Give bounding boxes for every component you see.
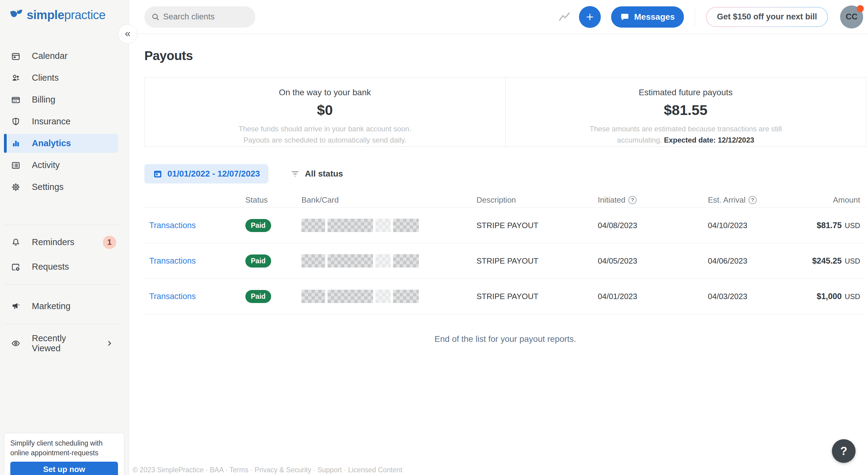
footer: © 2023 SimplePracticeBAATermsPrivacy & S… [132, 466, 402, 474]
bell-icon [11, 238, 20, 247]
description-cell: STRIPE PAYOUT [476, 256, 598, 266]
footer-link-terms[interactable]: Terms [223, 466, 249, 474]
amount-cell: $81.75USD [788, 221, 866, 230]
summary-caption: These funds should arrive in your bank a… [145, 123, 505, 146]
transactions-link[interactable]: Transactions [144, 256, 196, 265]
sidebar-item-calendar[interactable]: Calendar [4, 46, 118, 65]
sidebar-collapse-button[interactable]: « [118, 24, 137, 44]
status-badge: Paid [245, 219, 271, 232]
est-arrival-cell: 04/03/2023 [708, 292, 788, 301]
summary-value: $0 [145, 102, 505, 118]
sidebar-item-label: Reminders [32, 237, 74, 247]
table-header-row: Status Bank/Card Description Initiated ?… [144, 193, 866, 208]
clients-icon [11, 73, 20, 83]
summary-card-estimated-future: Estimated future payouts $81.55 These am… [505, 77, 866, 147]
sidebar-item-settings[interactable]: Settings [4, 178, 118, 196]
sidebar-item-label: Recently Viewed [32, 334, 94, 353]
messages-button[interactable]: Messages [611, 6, 684, 28]
filter-funnel-icon [290, 169, 300, 179]
sidebar-divider [4, 225, 120, 225]
app-logo: simplepractice [9, 8, 105, 22]
avatar-initials: CC [846, 12, 858, 22]
sidebar-item-clients[interactable]: Clients [4, 68, 118, 87]
calendar-icon [153, 169, 162, 179]
calendar-plus-icon [11, 262, 20, 272]
column-header-bank-card: Bank/Card [302, 195, 476, 205]
column-header-est-arrival: Est. Arrival ? [708, 195, 788, 205]
amount-cell: $245.25USD [788, 256, 866, 266]
bank-card-redacted [302, 219, 476, 232]
summary-value: $81.55 [505, 102, 866, 118]
butterfly-logo-icon [9, 8, 25, 22]
help-button[interactable]: ? [832, 439, 856, 463]
page-title: Payouts [144, 49, 866, 63]
sidebar-item-label: Calendar [32, 51, 68, 61]
credit-card-icon [11, 95, 20, 104]
help-tooltip-icon[interactable]: ? [748, 196, 757, 204]
payouts-page: Payouts On the way to your bank $0 These… [129, 34, 868, 475]
sidebar-item-recently-viewed[interactable]: Recently Viewed [4, 334, 118, 353]
bar-chart-icon [11, 139, 20, 148]
sidebar-item-label: Settings [32, 182, 64, 192]
date-range-label: 01/01/2022 - 12/07/2023 [167, 169, 260, 179]
sidebar-item-label: Billing [32, 95, 55, 105]
footer-link-baa[interactable]: BAA [204, 466, 223, 474]
topbar: Messages Get $150 off your next bill CC [129, 0, 868, 34]
shield-icon [11, 117, 20, 126]
sidebar-item-billing[interactable]: Billing [4, 90, 118, 109]
est-arrival-cell: 04/10/2023 [708, 221, 788, 230]
status-filter[interactable]: All status [290, 169, 343, 179]
help-tooltip-icon[interactable]: ? [628, 196, 637, 204]
footer-link-privacy[interactable]: Privacy & Security [248, 466, 311, 474]
sidebar-item-label: Insurance [32, 117, 70, 126]
summary-caption: These amounts are estimated because tran… [505, 123, 866, 146]
scheduling-promo-card: Simplify client scheduling with online a… [4, 433, 124, 475]
column-header-description: Description [476, 195, 598, 205]
sidebar-item-label: Clients [32, 73, 59, 83]
sidebar-item-activity[interactable]: Activity [4, 156, 118, 175]
gear-icon [11, 183, 20, 192]
column-header-amount: Amount [788, 195, 866, 205]
reminders-count-badge: 1 [103, 236, 116, 249]
table-row: Transactions Paid STRIPE PAYOUT 04/08/20… [144, 208, 866, 243]
filter-row: 01/01/2022 - 12/07/2023 All status [144, 164, 866, 184]
billing-promo-button[interactable]: Get $150 off your next bill [706, 7, 828, 27]
set-up-now-button[interactable]: Set up now [10, 462, 118, 475]
bank-card-redacted [302, 254, 476, 267]
sidebar-item-label: Activity [32, 160, 60, 170]
transactions-link[interactable]: Transactions [144, 221, 196, 230]
sidebar-item-requests[interactable]: Requests [4, 257, 118, 276]
description-cell: STRIPE PAYOUT [476, 221, 598, 230]
column-header-status: Status [245, 195, 302, 205]
summary-title: On the way to your bank [145, 88, 505, 97]
expected-date: Expected date: 12/12/2023 [664, 136, 754, 144]
initiated-cell: 04/01/2023 [598, 292, 708, 301]
initiated-cell: 04/05/2023 [598, 256, 708, 266]
sidebar-item-insurance[interactable]: Insurance [4, 112, 118, 131]
table-row: Transactions Paid STRIPE PAYOUT 04/05/20… [144, 243, 866, 279]
description-cell: STRIPE PAYOUT [476, 292, 598, 301]
payout-summary-panel: On the way to your bank $0 These funds s… [144, 77, 866, 147]
promo-card-text: Simplify client scheduling with online a… [10, 438, 118, 458]
chat-bubble-icon [620, 12, 629, 22]
sidebar-divider [4, 324, 120, 324]
client-search [144, 6, 255, 28]
sidebar-item-label: Marketing [32, 301, 70, 311]
footer-link-licensed-content[interactable]: Licensed Content [342, 466, 402, 474]
transactions-link[interactable]: Transactions [144, 292, 196, 301]
amount-cell: $1,000USD [788, 292, 866, 301]
footer-link-support[interactable]: Support [311, 466, 342, 474]
trend-line-icon[interactable] [558, 11, 571, 23]
avatar[interactable]: CC [840, 5, 863, 29]
search-input[interactable] [144, 6, 255, 28]
eye-icon [11, 339, 20, 348]
sidebar-item-marketing[interactable]: Marketing [4, 297, 118, 316]
sidebar-item-analytics[interactable]: Analytics [4, 134, 118, 153]
status-filter-label: All status [305, 169, 343, 179]
status-badge: Paid [245, 290, 271, 303]
sidebar-item-reminders[interactable]: Reminders 1 [4, 233, 118, 252]
date-range-filter[interactable]: 01/01/2022 - 12/07/2023 [144, 164, 269, 184]
calendar-icon [11, 52, 20, 61]
create-new-button[interactable] [579, 6, 601, 28]
est-arrival-cell: 04/06/2023 [708, 256, 788, 266]
